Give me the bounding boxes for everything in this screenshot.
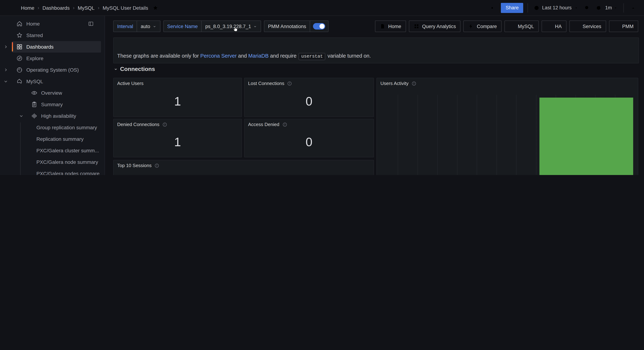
- sidebar-item-summary[interactable]: Summary: [12, 99, 101, 110]
- notice-text: These graphs are available only for Perc…: [117, 53, 371, 59]
- sidebar-item-mysql[interactable]: MySQL: [12, 76, 101, 87]
- sidebar-item-replication-summary[interactable]: Replication summary: [12, 133, 101, 145]
- equalizer-icon: [31, 113, 38, 119]
- pmm-annotations-control: PMM Annotations: [264, 20, 328, 32]
- zoom-out-time-button[interactable]: [582, 3, 592, 13]
- dashboard-settings-button[interactable]: [487, 3, 498, 13]
- sidebar-item-group-replication-summary[interactable]: Group replication summary: [12, 122, 101, 133]
- menu-icon: [614, 23, 619, 29]
- breadcrumb-current-page: MySQL User Details: [102, 5, 148, 11]
- interval-variable: Interval auto: [113, 20, 160, 32]
- hamburger-icon: [8, 5, 14, 11]
- eye-icon: [31, 90, 38, 96]
- section-connections[interactable]: Connections: [114, 66, 155, 72]
- divider: [624, 3, 624, 12]
- panel-denied-connections: Denied Connections 1: [113, 119, 242, 157]
- service-name-variable: Service Name ps_8.0_3.19.228.7_1: [163, 20, 261, 32]
- dock-menu-icon[interactable]: [88, 21, 94, 27]
- chevron-down-icon: [253, 24, 257, 28]
- info-icon[interactable]: [287, 81, 292, 86]
- interval-dropdown[interactable]: auto: [137, 20, 160, 32]
- mariadb-link[interactable]: MariaDB: [248, 53, 269, 59]
- document-icon: [380, 23, 385, 29]
- link-mysql-button[interactable]: MySQL: [504, 20, 539, 32]
- panel-users-activity: Users Activity root Active 03:00 04:00 0…: [376, 78, 638, 175]
- gauge-icon: [16, 67, 23, 73]
- zoom-out-icon: [584, 5, 590, 11]
- link-home-button[interactable]: Home: [375, 20, 406, 32]
- refresh-interval-label: 1m: [605, 5, 612, 10]
- chevron-right-icon[interactable]: [4, 45, 8, 49]
- chevron-down-icon[interactable]: [19, 114, 24, 118]
- pmm-annotations-toggle[interactable]: [313, 23, 325, 29]
- sidebar-item-pxc-galera-cluster-summary[interactable]: PXC/Galera cluster summ...: [12, 145, 101, 156]
- breadcrumb: Home Dashboards MySQL MySQL User Details: [21, 5, 148, 11]
- mysql-dolphin-icon: [16, 78, 23, 85]
- compass-icon: [16, 55, 23, 62]
- pmm-annotations-toggle-wrap: [310, 20, 328, 32]
- active-state-bar[interactable]: Active: [540, 98, 633, 175]
- service-name-label: Service Name: [167, 23, 198, 29]
- sidebar-item-overview[interactable]: Overview: [12, 87, 101, 99]
- info-icon[interactable]: [162, 122, 167, 127]
- tree-guide-line: [20, 122, 20, 175]
- sidebar-item-dashboards[interactable]: Dashboards: [12, 41, 101, 53]
- chevron-down-icon: [613, 5, 618, 10]
- sidebar-item-explore[interactable]: Explore: [12, 53, 101, 64]
- refresh-interval-picker[interactable]: 1m: [604, 5, 619, 10]
- sidebar-item-starred[interactable]: Starred: [12, 29, 101, 41]
- refresh-button[interactable]: [594, 3, 604, 13]
- star-icon: [16, 32, 23, 38]
- pmm-annotations-label: PMM Annotations: [268, 23, 306, 29]
- panel-active-users: Active Users 1: [113, 78, 242, 117]
- userstat-code-chip: userstat: [299, 53, 326, 60]
- dashboards-grid-icon: [16, 44, 23, 50]
- menu-icon: [546, 23, 552, 29]
- breadcrumb-separator: [98, 5, 99, 10]
- link-services-button[interactable]: Services: [569, 20, 606, 32]
- breadcrumb-mysql[interactable]: MySQL: [78, 5, 94, 11]
- sidebar-item-home[interactable]: Home: [12, 18, 101, 29]
- link-query-analytics-button[interactable]: Query Analytics: [409, 20, 461, 32]
- favorite-star-button[interactable]: [150, 3, 160, 13]
- menu-icon: [574, 23, 580, 29]
- dashboard-links: Home Query Analytics Compare MySQL HA Se…: [375, 20, 638, 32]
- time-range-label: Last 12 hours: [542, 5, 572, 10]
- time-range-picker[interactable]: Last 12 hours: [532, 5, 580, 11]
- service-name-dropdown[interactable]: ps_8.0_3.19.228.7_1: [202, 20, 261, 32]
- breadcrumb-dashboards[interactable]: Dashboards: [42, 5, 70, 11]
- breadcrumb-home[interactable]: Home: [21, 5, 34, 11]
- chevron-down-icon: [574, 5, 578, 10]
- divider: [528, 3, 528, 12]
- breadcrumb-separator: [38, 5, 39, 10]
- info-icon[interactable]: [412, 81, 416, 86]
- mega-menu-toggle-button[interactable]: [6, 3, 16, 13]
- panel-access-denied: Access Denied 0: [244, 119, 374, 157]
- interval-label: Interval: [117, 23, 133, 29]
- panel-lost-connections: Lost Connections 0: [244, 78, 374, 117]
- info-icon[interactable]: [282, 122, 287, 127]
- sidebar-item-high-availability[interactable]: High availability: [12, 110, 101, 122]
- menu-icon: [509, 23, 515, 29]
- sidebar-item-pxc-galera-node-summary[interactable]: PXC/Galera node summary: [12, 156, 101, 168]
- top-nav: Home Dashboards MySQL MySQL User Details…: [0, 0, 644, 16]
- info-icon[interactable]: [154, 163, 160, 168]
- chevron-down-icon: [114, 67, 118, 71]
- share-button[interactable]: Share: [501, 3, 524, 13]
- sidebar-item-operating-system[interactable]: Operating System (OS): [12, 64, 101, 76]
- clock-icon: [534, 5, 540, 11]
- home-icon: [16, 20, 23, 27]
- breadcrumb-separator: [73, 5, 74, 10]
- link-compare-button[interactable]: Compare: [464, 20, 502, 32]
- link-pmm-button[interactable]: PMM: [609, 20, 638, 32]
- chevron-down-icon[interactable]: [4, 79, 8, 84]
- gear-icon: [490, 5, 495, 11]
- link-ha-button[interactable]: HA: [542, 20, 566, 32]
- panel-top-10-sessions: Top 10 Sessions 100.00 %: [113, 160, 374, 175]
- chevron-right-icon[interactable]: [4, 68, 8, 72]
- sidebar-item-pxc-galera-nodes-compare[interactable]: PXC/Galera nodes compare: [12, 168, 101, 175]
- percona-server-link[interactable]: Percona Server: [200, 53, 237, 59]
- collapse-topbar-button[interactable]: [628, 3, 638, 13]
- chevron-up-icon: [631, 5, 636, 10]
- chevron-down-icon: [152, 24, 156, 28]
